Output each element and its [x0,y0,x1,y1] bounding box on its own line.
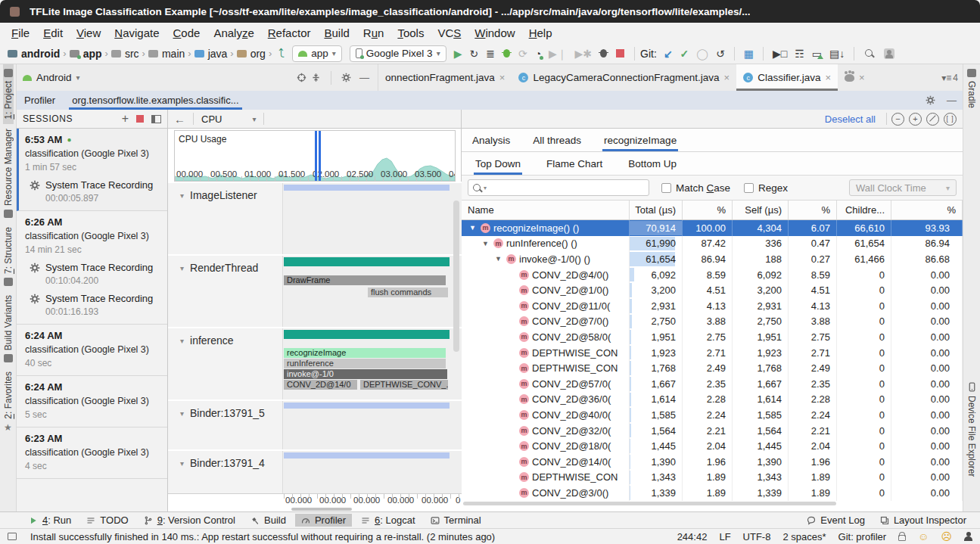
table-row[interactable]: ▼mrunInference() ()61,99087.423360.4761,… [462,236,963,252]
collapse-sessions-button[interactable] [151,115,161,123]
column-header[interactable]: Childre... [837,201,891,219]
line-separator-widget[interactable]: LF [719,531,730,542]
table-row[interactable]: ▼mrecognizeImage() ()70,914100.004,3046.… [462,220,963,236]
table-row[interactable]: mCONV_2D@57/0(1,6672.351,6672.3500.00 [462,376,963,392]
close-icon[interactable]: × [724,72,730,83]
table-row[interactable]: mCONV_2D@40/0(1,5852.241,5852.2400.00 [462,407,963,423]
column-header[interactable]: % [891,201,963,219]
encoding-widget[interactable]: UTF-8 [743,531,771,542]
toolwindow-layout-inspector[interactable]: Layout Inspector [874,514,972,527]
toolwindow-event-log[interactable]: Event Log [801,514,871,527]
regex-option[interactable]: Regex [744,182,788,194]
recording-item[interactable]: System Trace Recording [25,293,161,304]
extra-tab[interactable]: × [838,64,872,91]
menu-file[interactable]: File [5,25,36,41]
match-case-option[interactable]: Match Case [661,182,730,194]
table-row[interactable]: mCONV_2D@11/0(2,9314.132,9314.1300.00 [462,298,963,314]
sidebar-item-2-favorites[interactable]: 2: Favorites★ [3,367,14,437]
table-row[interactable]: mCONV_2D@18/0(1,4452.041,4452.0400.00 [462,438,963,454]
back-arrow-icon[interactable]: ← [174,113,185,126]
reset-zoom-button[interactable] [926,113,939,126]
locate-file-icon[interactable] [297,73,306,82]
sdk-manager-button[interactable]: ▤↓ [829,48,845,59]
menu-navigate[interactable]: Navigate [107,25,166,41]
menu-analyze[interactable]: Analyze [207,25,260,41]
attach-profiler-button[interactable]: ▶✱ [575,48,593,59]
hide-pane-icon[interactable]: — [359,72,369,83]
subtab-bottom-up[interactable]: Bottom Up [627,152,678,175]
breadcrumb-android[interactable]: android [8,48,60,60]
git-update-button[interactable]: ↙ [664,48,673,59]
thread-track-inference[interactable]: ▾inferencerecognizeImagerunInferenceinvo… [168,327,462,399]
close-icon[interactable]: × [825,72,831,83]
hidden-tabs-dropdown[interactable]: ▾≡4 [937,64,963,91]
subtab-top-down[interactable]: Top Down [474,152,522,175]
selection-marker[interactable] [319,131,321,181]
toolwindow-6-logcat[interactable]: 6: Logcat [355,514,422,527]
close-icon[interactable]: × [859,72,865,83]
zoom-in-button[interactable]: + [909,113,922,126]
collapse-triangle-icon[interactable]: ▾ [180,409,184,418]
collapse-triangle-icon[interactable]: ▾ [180,459,184,468]
git-rollback-button[interactable]: ↺ [716,48,725,59]
breadcrumb-java[interactable]: java [194,48,228,60]
table-row[interactable]: ▼minvoke@-1/0() ()61,65486.941880.2761,4… [462,251,963,267]
thread-trace-area[interactable]: recognizeImagerunInferenceinvoke@-1/0CON… [284,328,462,399]
toolwindow-toggle-icon[interactable] [8,533,17,540]
table-row[interactable]: mDEPTHWISE_CON1,7682.491,7682.4900.00 [462,360,963,376]
project-view-selector[interactable]: Android [36,72,72,83]
apply-changes-button[interactable]: ≣ [486,48,495,59]
table-row[interactable]: mCONV_2D@36/0(1,6142.281,6142.2800.00 [462,392,963,408]
subtab-flame-chart[interactable]: Flame Chart [545,152,604,175]
toolwindow-build[interactable]: Build [244,514,292,527]
thread-label[interactable]: ▾inference [168,328,283,399]
session-item[interactable]: 6:23 AMclassification (Google Pixel 3)4 … [17,427,167,479]
stop-session-button[interactable] [136,115,144,123]
tab-recognizeimage[interactable]: recognizeImage [602,129,678,151]
collapse-triangle-icon[interactable]: ▾ [180,337,184,345]
toolwindow-4-run[interactable]: 4: Run [23,514,77,527]
expand-icon[interactable]: ▼ [493,255,503,263]
search-box[interactable]: ▾ [468,179,649,196]
clock-type-select[interactable]: Wall Clock Time ▾ [849,179,957,196]
menu-tools[interactable]: Tools [390,25,431,41]
search-options-caret[interactable]: ▾ [484,185,487,191]
session-item[interactable]: 6:24 AMclassification (Google Pixel 3)5 … [17,376,167,427]
table-row[interactable]: mCONV_2D@7/0()2,7503.882,7503.8800.00 [462,314,963,330]
menu-refactor[interactable]: Refactor [261,25,318,41]
deselect-all-link[interactable]: Deselect all [825,113,876,125]
trace-bar[interactable]: flush commands [368,288,448,297]
running-devices-button[interactable]: ▶□ [773,48,787,59]
toolwindow-9-version-control[interactable]: 9: Version Control [138,514,241,527]
collapse-triangle-icon[interactable]: ▾ [180,191,184,200]
trace-bar[interactable]: invoke@-1/0 [284,369,447,379]
collapse-all-icon[interactable] [311,73,321,82]
zoom-to-selection-button[interactable]: [ ] [944,113,957,126]
thread-label[interactable]: ▾RenderThread [168,256,283,327]
run-button[interactable]: ▶ [454,48,462,59]
breadcrumb-org[interactable]: org [237,48,266,60]
zoom-out-button[interactable]: − [891,113,904,126]
build-hammer-icon[interactable]: ⤴ [278,48,285,60]
thread-trace-area[interactable] [284,401,462,449]
search-input[interactable] [489,181,645,194]
thread-label[interactable]: ▾ImageListener [168,183,283,254]
editor-tab[interactable]: cLegacyCameraConnectionFragment.java× [512,64,736,91]
thread-label[interactable]: ▾Binder:13791_5 [168,401,283,449]
breadcrumb-main[interactable]: main [148,48,185,60]
table-row[interactable]: mCONV_2D@58/0(1,9512.751,9512.7500.00 [462,329,963,345]
horizontal-scrollbar[interactable] [291,508,352,511]
table-row[interactable]: mCONV_2D@4/0()6,0928.596,0928.5900.00 [462,267,963,283]
profiler-settings-gear-icon[interactable] [926,95,935,105]
match-case-checkbox[interactable] [661,183,671,193]
hide-profiler-icon[interactable]: — [947,95,957,106]
search-everywhere-icon[interactable] [864,48,875,59]
table-row[interactable]: mCONV_2D@32/0(1,5642.211,5642.2100.00 [462,423,963,439]
virtual-device-button[interactable]: ▭ [812,48,822,59]
column-header[interactable]: Total (µs) [630,201,683,219]
readonly-lock-icon[interactable] [898,535,906,541]
trace-bar[interactable]: CONV_2D@14/0 [284,380,357,390]
close-icon[interactable]: × [499,72,506,83]
toolwindow-terminal[interactable]: Terminal [425,514,487,527]
new-session-button[interactable]: + [122,112,129,126]
